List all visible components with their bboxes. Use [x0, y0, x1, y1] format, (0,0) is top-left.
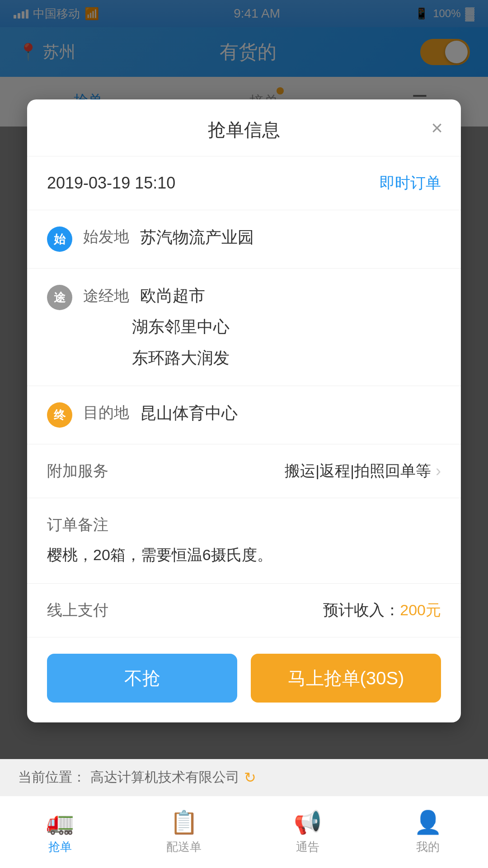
- datetime-row: 2019-03-19 15:10 即时订单: [27, 156, 461, 210]
- payment-row: 线上支付 预计收入：200元: [27, 584, 461, 637]
- nav-item-peisongdan[interactable]: 📋 配送单: [166, 809, 202, 855]
- service-label: 附加服务: [47, 461, 108, 481]
- note-label: 订单备注: [47, 514, 441, 535]
- service-value-text: 搬运|返程|拍照回单等: [285, 461, 431, 481]
- nav-peisongdan-icon: 📋: [170, 809, 198, 835]
- current-location-label: 当前位置：: [18, 768, 86, 787]
- via-place-3: 东环路大润发: [132, 349, 230, 367]
- modal-header: 抢单信息 ×: [27, 99, 461, 156]
- payment-label: 线上支付: [47, 600, 108, 621]
- start-location-left: 始 始发地 苏汽物流产业园: [47, 226, 254, 252]
- pass-button[interactable]: 不抢: [47, 654, 237, 703]
- via-place-1: 欧尚超市: [140, 285, 205, 307]
- nav-tonggao-icon: 📢: [294, 809, 322, 835]
- nav-item-wode[interactable]: 👤 我的: [414, 809, 442, 855]
- chevron-right-icon: ›: [436, 462, 441, 481]
- current-location-bar: 当前位置： 高达计算机技术有限公司 ↻: [0, 759, 488, 796]
- nav-wode-icon: 👤: [414, 809, 442, 835]
- grab-button[interactable]: 马上抢单(30S): [251, 654, 441, 703]
- via-place-2: 湖东邻里中心: [132, 317, 230, 336]
- start-place: 苏汽物流产业园: [140, 226, 254, 249]
- order-type: 即时订单: [380, 173, 441, 193]
- nav-item-tonggao[interactable]: 📢 通告: [294, 809, 322, 855]
- via-locations-row: 途 途经地 欧尚超市 湖东邻里中心 东环路大润发: [27, 269, 461, 386]
- note-row: 订单备注 樱桃，20箱，需要恒温6摄氏度。: [27, 498, 461, 584]
- nav-qiangdan-label: 抢单: [48, 839, 72, 855]
- end-place: 昆山体育中心: [140, 402, 238, 425]
- order-modal: 抢单信息 × 2019-03-19 15:10 即时订单 始 始发地 苏汽物流产…: [27, 99, 461, 722]
- refresh-icon[interactable]: ↻: [244, 769, 256, 786]
- end-icon: 终: [47, 402, 72, 428]
- end-icon-label: 终: [54, 407, 66, 423]
- estimated-amount: 200元: [400, 601, 441, 618]
- end-location-row: 终 目的地 昆山体育中心: [27, 386, 461, 444]
- nav-item-qiangdan[interactable]: 🚛 抢单: [46, 809, 74, 855]
- close-button[interactable]: ×: [431, 118, 443, 138]
- via-icon-label: 途: [54, 290, 66, 306]
- action-buttons: 不抢 马上抢单(30S): [27, 637, 461, 722]
- note-content: 樱桃，20箱，需要恒温6摄氏度。: [47, 542, 441, 567]
- order-datetime: 2019-03-19 15:10: [47, 174, 175, 193]
- bottom-nav: 🚛 抢单 📋 配送单 📢 通告 👤 我的: [0, 796, 488, 868]
- bottom-area: 当前位置： 高达计算机技术有限公司 ↻ 🚛 抢单 📋 配送单 📢 通告 👤 我的: [0, 759, 488, 868]
- end-field-label: 目的地: [83, 402, 129, 423]
- start-icon-label: 始: [54, 231, 66, 247]
- nav-wode-label: 我的: [416, 839, 440, 855]
- start-field-label: 始发地: [83, 226, 129, 247]
- via-field-label: 途经地: [83, 286, 129, 307]
- start-location-row: 始 始发地 苏汽物流产业园: [27, 210, 461, 269]
- current-location-place: 高达计算机技术有限公司: [90, 768, 239, 787]
- modal-title: 抢单信息: [208, 118, 280, 142]
- service-value[interactable]: 搬运|返程|拍照回单等 ›: [285, 461, 441, 481]
- start-icon: 始: [47, 226, 72, 252]
- nav-tonggao-label: 通告: [296, 839, 319, 855]
- modal-overlay: 抢单信息 × 2019-03-19 15:10 即时订单 始 始发地 苏汽物流产…: [0, 0, 488, 868]
- service-row: 附加服务 搬运|返程|拍照回单等 ›: [27, 444, 461, 498]
- nav-qiangdan-icon: 🚛: [46, 809, 74, 835]
- end-location-left: 终 目的地 昆山体育中心: [47, 402, 238, 428]
- via-icon: 途: [47, 285, 72, 310]
- estimated-label: 预计收入：: [323, 601, 400, 618]
- payment-value: 预计收入：200元: [323, 600, 441, 621]
- nav-peisongdan-label: 配送单: [166, 839, 202, 855]
